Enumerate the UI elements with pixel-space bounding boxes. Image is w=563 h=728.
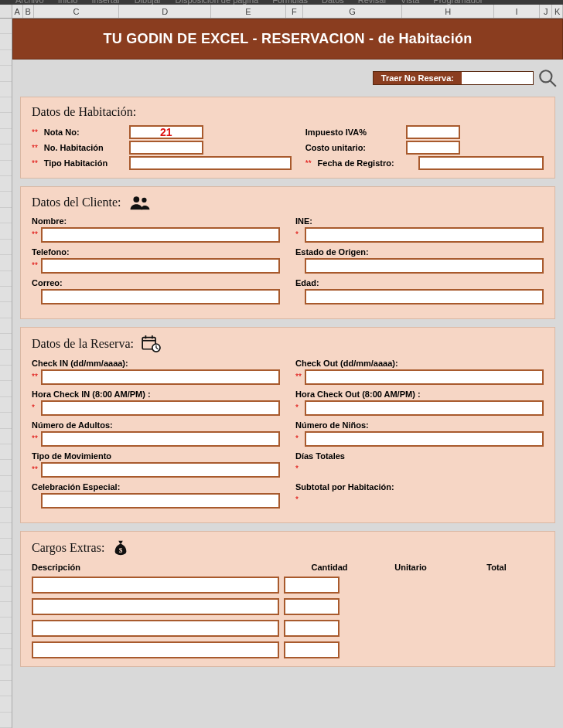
edad-input[interactable] (305, 289, 544, 304)
row-headers (0, 19, 12, 728)
cargos-row (32, 641, 544, 658)
correo-label: Correo: (32, 278, 63, 287)
tipo-habitacion-label: Tipo Habitación (44, 158, 125, 168)
subtotal-label: Subtotal por Habitación: (295, 482, 394, 492)
panel-cargos: Cargos Extras: $ Descripción Cantidad Un… (20, 531, 555, 667)
cargos-cant-input[interactable] (284, 641, 340, 658)
svg-point-3 (142, 198, 146, 202)
nota-no-input[interactable]: 21 (129, 125, 203, 139)
ine-label: INE: (295, 216, 312, 226)
ine-input[interactable] (305, 227, 544, 243)
panel-habitacion-title: Datos de Habitación: (32, 105, 544, 119)
required-marker: ** (32, 144, 38, 152)
col-C[interactable]: C (34, 5, 120, 18)
origen-input[interactable] (305, 258, 544, 274)
hora-out-input[interactable] (305, 400, 544, 416)
traer-input[interactable] (462, 72, 533, 84)
traer-label: Traer No Reserva: (374, 72, 462, 84)
movimiento-input[interactable] (41, 462, 280, 478)
dias-label: Días Totales (295, 451, 345, 461)
col-E[interactable]: E (211, 5, 286, 18)
hora-in-input[interactable] (41, 400, 280, 416)
iva-label: Impuesto IVA% (305, 128, 401, 137)
cargos-head-total: Total (449, 563, 544, 572)
svg-line-1 (550, 80, 556, 87)
col-F[interactable]: F (286, 5, 303, 18)
calendar-clock-icon (142, 335, 162, 352)
column-headers: A B C D E F G H I J K (0, 5, 563, 19)
cargos-cant-input[interactable] (284, 620, 340, 637)
tipo-habitacion-input[interactable] (129, 156, 292, 170)
cargos-row (32, 598, 544, 615)
hora-out-label: Hora Check Out (8:00 AM/PM) : (295, 390, 421, 399)
telefono-input[interactable] (41, 258, 280, 274)
adultos-input[interactable] (41, 431, 280, 447)
panel-reserva-title: Datos de la Reserva: (32, 337, 134, 351)
cargos-cant-input[interactable] (284, 598, 340, 615)
checkout-input[interactable] (305, 369, 544, 385)
nombre-input[interactable] (41, 227, 280, 243)
people-icon (129, 195, 151, 210)
ninos-input[interactable] (305, 431, 544, 447)
svg-point-0 (540, 70, 551, 82)
cargos-row (32, 577, 544, 594)
panel-reserva: Datos de la Reserva: Check IN (dd/mm/aaa… (20, 327, 555, 523)
svg-text:$: $ (119, 546, 123, 554)
correo-input[interactable] (41, 289, 280, 304)
search-icon[interactable] (537, 67, 558, 89)
col-B[interactable]: B (23, 5, 34, 18)
adultos-label: Número de Adultos: (32, 420, 113, 430)
col-K[interactable]: K (552, 5, 563, 18)
col-A[interactable]: A (12, 5, 23, 18)
col-J[interactable]: J (540, 5, 552, 18)
nota-no-label: Nota No: (44, 128, 125, 137)
no-habitacion-input[interactable] (129, 141, 203, 155)
no-habitacion-label: No. Habitación (44, 143, 125, 152)
required-marker: ** (32, 159, 38, 168)
fecha-input[interactable] (418, 156, 544, 170)
required-marker: ** (305, 159, 312, 168)
panel-cliente-title: Datos del Cliente: (32, 196, 121, 209)
cargos-head-cantidad: Cantidad (287, 563, 372, 572)
checkin-label: Check IN (dd/mm/aaaa): (32, 359, 128, 368)
fecha-label: Fecha de Registro: (318, 158, 414, 168)
cargos-cant-input[interactable] (284, 577, 340, 594)
cargos-desc-input[interactable] (32, 598, 279, 615)
costo-label: Costo unitario: (305, 143, 401, 152)
panel-habitacion: Datos de Habitación: ** Nota No: 21 ** N… (20, 97, 555, 179)
cargos-row (32, 620, 544, 637)
traer-reserva-group: Traer No Reserva: (373, 71, 534, 85)
col-I[interactable]: I (494, 5, 540, 18)
col-D[interactable]: D (119, 5, 211, 18)
svg-rect-7 (152, 335, 153, 338)
svg-rect-6 (145, 335, 146, 338)
cargos-desc-input[interactable] (32, 577, 279, 594)
svg-point-2 (133, 196, 139, 202)
panel-cargos-title: Cargos Extras: (32, 541, 104, 555)
celebracion-label: Celebración Especial: (32, 482, 120, 492)
cargos-head-descripcion: Descripción (32, 563, 287, 572)
form-title: TU GODIN DE EXCEL - RESERVACION - de Hab… (12, 19, 563, 60)
telefono-label: Telefono: (32, 247, 70, 257)
cargos-head-unitario: Unitario (372, 563, 449, 572)
hora-in-label: Hora Check IN (8:00 AM/PM) : (32, 390, 151, 399)
money-bag-icon: $ (112, 539, 129, 556)
col-G[interactable]: G (303, 5, 403, 18)
costo-input[interactable] (406, 141, 460, 155)
nombre-label: Nombre: (32, 216, 67, 226)
celebracion-input[interactable] (41, 493, 280, 509)
movimiento-label: Tipo de Movimiento (32, 451, 111, 461)
edad-label: Edad: (295, 278, 319, 287)
required-marker: ** (32, 128, 38, 137)
panel-cliente: Datos del Cliente: Nombre: ** INE: * (20, 186, 555, 319)
cargos-desc-input[interactable] (32, 641, 279, 658)
checkin-input[interactable] (41, 369, 280, 385)
cargos-desc-input[interactable] (32, 620, 279, 637)
checkout-label: Check Out (dd/mm/aaaa): (295, 359, 398, 368)
origen-label: Estado de Origen: (295, 247, 369, 257)
iva-input[interactable] (406, 125, 460, 139)
ninos-label: Número de Niños: (295, 420, 369, 430)
col-H[interactable]: H (402, 5, 494, 18)
